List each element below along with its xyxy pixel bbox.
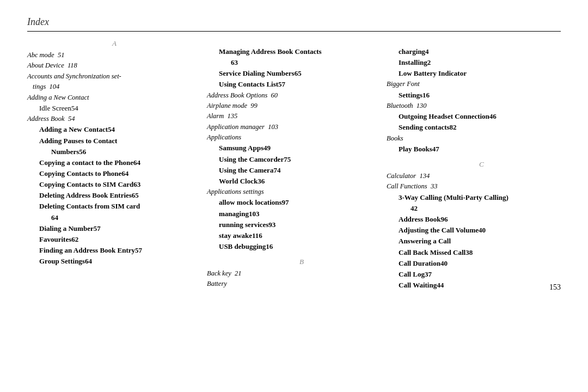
list-item: Address Book96 <box>387 214 561 225</box>
list-item: Low Battery Indicator <box>387 68 561 79</box>
list-item: Using the Camcorder75 <box>207 154 381 165</box>
columns-container: A Abc mode 51 About Device 118 Accounts … <box>27 39 561 291</box>
spacer <box>207 39 381 46</box>
list-item: Call Functions 33 <box>387 181 561 192</box>
list-item: About Device 118 <box>27 60 201 71</box>
list-item: 3-Way Calling (Multi-Party Calling) <box>387 192 561 203</box>
list-item: Adding a New Contact <box>27 93 201 103</box>
list-item: Airplane mode 99 <box>207 101 381 111</box>
list-item: Bigger Font <box>387 79 561 89</box>
list-item: charging4 <box>387 46 561 57</box>
column-1: A Abc mode 51 About Device 118 Accounts … <box>27 39 207 267</box>
list-item: 42 <box>387 203 561 214</box>
spacer <box>387 39 561 46</box>
page-container: Index A Abc mode 51 About Device 118 Acc… <box>0 0 588 302</box>
list-item: Dialing a Number57 <box>27 223 201 234</box>
list-item: Call Log37 <box>387 269 561 280</box>
list-item: Battery <box>207 279 381 289</box>
list-item: Group Settings64 <box>27 256 201 267</box>
list-item: running services93 <box>207 219 381 230</box>
divider <box>27 31 561 32</box>
list-item: tings 104 <box>27 82 201 92</box>
list-item: Applications settings <box>207 187 381 197</box>
list-item: Idle Screen54 <box>27 103 201 114</box>
list-item: stay awake116 <box>207 230 381 241</box>
column-3: charging4 Installing2 Low Battery Indica… <box>387 39 561 291</box>
list-item: Adding a New Contact54 <box>27 124 201 135</box>
section-c-label: C <box>387 160 561 169</box>
page-title: Index <box>27 16 561 28</box>
list-item: Using the Camera74 <box>207 165 381 176</box>
list-item: Sending contacts82 <box>387 122 561 133</box>
list-item: Deleting Address Book Entries65 <box>27 190 201 201</box>
list-item: USB debugging16 <box>207 241 381 252</box>
list-item: Using Contacts List57 <box>207 79 381 90</box>
list-item: Call Back Missed Call38 <box>387 247 561 258</box>
list-item: Address Book Options 60 <box>207 90 381 101</box>
list-item: Outgoing Headset Connection46 <box>387 111 561 122</box>
list-item: Call Duration40 <box>387 258 561 269</box>
section-b-label: B <box>207 258 381 266</box>
list-item: managing103 <box>207 209 381 219</box>
list-item: 64 <box>27 212 201 223</box>
list-item: Copying Contacts to SIM Card63 <box>27 179 201 190</box>
list-item: World Clock36 <box>207 176 381 187</box>
list-item: Back key 21 <box>207 268 381 279</box>
column-2: Managing Address Book Contacts 63 Servic… <box>207 39 387 290</box>
list-item: Deleting Contacts from SIM card <box>27 201 201 212</box>
list-item: Books <box>387 133 561 144</box>
list-item: Play Books47 <box>387 144 561 155</box>
list-item: Copying Contacts to Phone64 <box>27 168 201 179</box>
list-item: Samsung Apps49 <box>207 143 381 154</box>
list-item: Numbers56 <box>27 146 201 157</box>
section-a-label: A <box>27 39 201 48</box>
list-item: Calculator 134 <box>387 171 561 181</box>
list-item: Accounts and Synchronization set- <box>27 71 201 82</box>
list-item: allow mock locations97 <box>207 197 381 208</box>
list-item: Installing2 <box>387 57 561 68</box>
list-item: 63 <box>207 57 381 68</box>
list-item: Copying a contact to the Phone64 <box>27 157 201 168</box>
list-item: Favourites62 <box>27 234 201 245</box>
list-item: Settings16 <box>387 90 561 101</box>
page-number: 153 <box>549 283 561 292</box>
list-item: Managing Address Book Contacts <box>207 46 381 57</box>
list-item: Adding Pauses to Contact <box>27 136 201 146</box>
list-item: Application manager 103 <box>207 122 381 132</box>
list-item: Call Waiting44 <box>387 280 561 291</box>
list-item: Applications <box>207 132 381 143</box>
list-item: Alarm 135 <box>207 111 381 121</box>
list-item: Address Book 54 <box>27 114 201 124</box>
list-item: Finding an Address Book Entry57 <box>27 245 201 256</box>
list-item: Answering a Call <box>387 236 561 247</box>
list-item: Bluetooth 130 <box>387 101 561 111</box>
list-item: Abc mode 51 <box>27 50 201 60</box>
list-item: Service Dialing Numbers65 <box>207 68 381 79</box>
list-item: Adjusting the Call Volume40 <box>387 225 561 236</box>
